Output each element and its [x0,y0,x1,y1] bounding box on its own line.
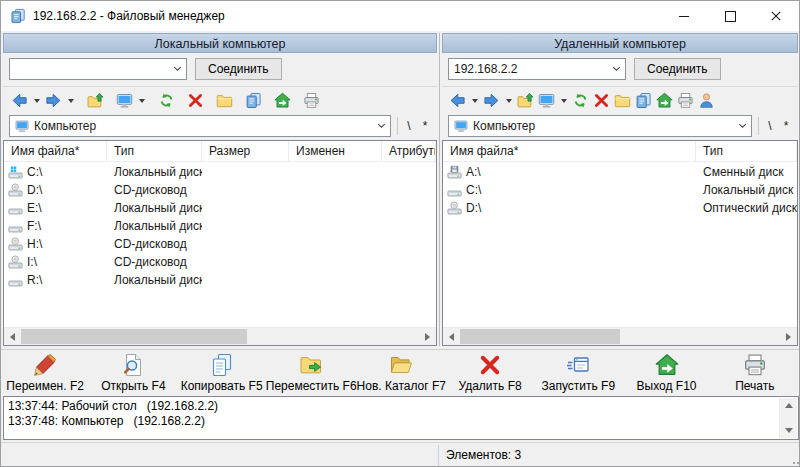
file-row-d[interactable]: D:\ CD-дисковод [4,181,436,199]
exit-button[interactable]: Выход F10 [622,350,710,395]
divider [438,445,439,466]
file-row-a[interactable]: A:\ Сменный диск [443,163,797,181]
home-button[interactable] [655,91,674,111]
window-controls [661,1,799,31]
file-row-r[interactable]: R:\ Локальный диск [4,271,436,289]
computer-button[interactable] [115,91,134,111]
chevron-right-icon [425,333,430,341]
local-horizontal-scrollbar[interactable] [4,327,436,345]
column-header-name[interactable]: Имя файла* [4,141,107,161]
open-button[interactable]: Открыть F4 [89,350,177,395]
resize-grip[interactable] [793,462,795,464]
delete-button[interactable] [592,91,611,111]
new-folder-button[interactable] [613,91,632,111]
copy-button[interactable] [244,91,263,111]
delete-button[interactable]: Удалить F8 [446,350,534,395]
remote-address-combo[interactable]: 192.168.2.2 [448,58,626,80]
local-root-button[interactable]: \ [401,116,417,136]
scroll-up-button[interactable] [780,398,797,413]
rename-button[interactable]: Переимен. F2 [1,350,89,395]
scrollbar-thumb[interactable] [460,329,620,344]
file-row-c[interactable]: C:\ Локальный диск [443,181,797,199]
column-header-type[interactable]: Тип [107,141,202,161]
print-button[interactable]: Печать [711,350,799,395]
column-header-attributes[interactable]: Атрибуты [382,141,436,161]
up-button[interactable] [516,91,535,111]
minimize-icon [679,16,689,17]
remote-connect-button[interactable]: Соединить [634,58,721,80]
local-connect-button[interactable]: Соединить [195,58,282,80]
file-row-i[interactable]: I:\ CD-дисковод [4,253,436,271]
scroll-right-button[interactable] [419,328,436,345]
forward-button[interactable] [482,91,501,111]
computer-button[interactable] [537,91,556,111]
run-icon [566,353,590,377]
minimize-button[interactable] [661,1,707,31]
scroll-right-button[interactable] [780,328,797,345]
file-row-f[interactable]: F:\ Локальный диск [4,217,436,235]
file-row-h[interactable]: H:\ CD-дисковод [4,235,436,253]
print-button[interactable] [676,91,695,111]
scroll-down-button[interactable] [780,423,797,438]
back-button[interactable] [10,91,29,111]
local-path-combo[interactable]: Компьютер [9,115,391,137]
user-button[interactable] [697,91,716,111]
delete-button[interactable] [186,91,205,111]
back-dropdown[interactable] [469,91,480,111]
local-address-combo[interactable] [9,58,187,80]
remote-root-button[interactable]: \ [762,116,778,136]
log-panel[interactable]: 13:37:44: Рабочий стол (192.168.2.2) 13:… [3,396,799,440]
copy-button[interactable] [634,91,653,111]
maximize-button[interactable] [707,1,753,31]
printer-icon [303,92,320,109]
forward-button[interactable] [44,91,63,111]
up-button[interactable] [86,91,105,111]
home-button[interactable] [273,91,292,111]
column-header-size[interactable]: Размер [202,141,289,161]
remote-horizontal-scrollbar[interactable] [443,327,797,345]
file-row-e[interactable]: E:\ Локальный диск [4,199,436,217]
print-button[interactable] [302,91,321,111]
back-button[interactable] [448,91,467,111]
chevron-down-icon[interactable] [170,66,184,72]
local-mask-button[interactable]: * [417,116,433,136]
remote-mask-button[interactable]: * [778,116,794,136]
red-x-icon [593,92,610,109]
chevron-down-icon[interactable] [374,123,388,129]
remote-path-combo[interactable]: Компьютер [448,115,752,137]
chevron-left-icon [10,333,15,341]
folder-icon [216,92,233,109]
close-button[interactable] [753,1,799,31]
computer-dropdown[interactable] [136,91,147,111]
chevron-down-icon[interactable] [609,66,623,72]
copy-button[interactable]: Копировать F5 [178,350,266,395]
refresh-button[interactable] [571,91,590,111]
back-dropdown[interactable] [31,91,42,111]
file-row-c[interactable]: C:\ Локальный диск [4,163,436,181]
scroll-left-button[interactable] [4,328,21,345]
file-row-d[interactable]: D:\ Оптический диск [443,199,797,217]
computer-dropdown[interactable] [558,91,569,111]
new-folder-button[interactable] [215,91,234,111]
cd-drive-icon [8,183,23,198]
column-header-modified[interactable]: Изменен [289,141,382,161]
refresh-button[interactable] [157,91,176,111]
forward-icon [45,92,62,109]
log-scrollbar[interactable] [779,398,797,438]
column-header-name[interactable]: Имя файла* [443,141,696,161]
move-icon [299,353,323,377]
column-header-type[interactable]: Тип [696,141,797,161]
printer-icon [677,92,694,109]
new-folder-button[interactable]: Нов. Каталог F7 [357,350,446,395]
scrollbar-thumb[interactable] [21,329,247,344]
chevron-down-icon [785,428,793,433]
panel-divider[interactable] [439,33,440,346]
scroll-left-button[interactable] [443,328,460,345]
forward-dropdown[interactable] [65,91,76,111]
local-path-row: Компьютер \ * [9,115,433,137]
chevron-down-icon[interactable] [735,123,749,129]
forward-dropdown[interactable] [503,91,514,111]
move-button[interactable]: Переместить F6 [266,350,357,395]
log-line: 13:37:48: Компьютер (192.168.2.2) [8,414,776,429]
run-button[interactable]: Запустить F9 [534,350,622,395]
